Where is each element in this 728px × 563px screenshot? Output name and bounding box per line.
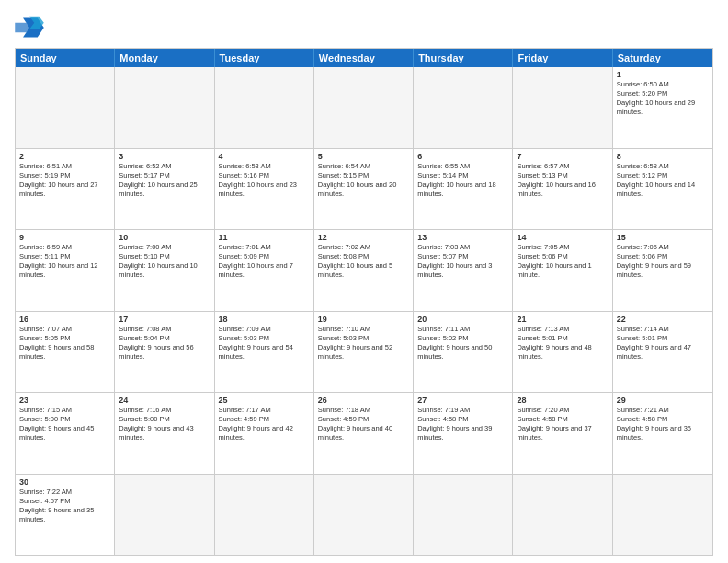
cal-cell-4-3: 26Sunrise: 7:18 AMSunset: 4:59 PMDayligh… [314, 393, 414, 474]
logo-icon [15, 15, 44, 40]
day-number: 13 [417, 233, 508, 242]
sunrise-label: Sunrise: 7:08 AM [119, 325, 171, 333]
cal-cell-3-1: 17Sunrise: 7:08 AMSunset: 5:04 PMDayligh… [115, 312, 214, 393]
sunrise-label: Sunrise: 7:05 AM [517, 243, 569, 251]
sunrise-label: Sunrise: 7:19 AM [417, 406, 470, 414]
day-number: 4 [219, 152, 310, 161]
daylight-label: Daylight: 9 hours and 36 minutes. [617, 424, 691, 442]
header [15, 15, 713, 40]
cal-cell-5-5 [513, 475, 612, 556]
cell-content: Sunrise: 6:54 AMSunset: 5:15 PMDaylight:… [318, 162, 409, 200]
day-number: 15 [617, 233, 709, 242]
header-day-monday: Monday [115, 49, 214, 67]
sunrise-label: Sunrise: 7:01 AM [219, 243, 271, 251]
cell-content: Sunrise: 7:01 AMSunset: 5:09 PMDaylight:… [219, 243, 310, 281]
daylight-label: Daylight: 10 hours and 18 minutes. [417, 180, 495, 198]
sunrise-label: Sunrise: 7:10 AM [318, 325, 370, 333]
cal-cell-1-3: 5Sunrise: 6:54 AMSunset: 5:15 PMDaylight… [314, 149, 414, 230]
cell-content: Sunrise: 7:22 AMSunset: 4:57 PMDaylight:… [19, 488, 110, 525]
cal-cell-4-4: 27Sunrise: 7:19 AMSunset: 4:58 PMDayligh… [414, 393, 513, 474]
sunset-label: Sunset: 5:11 PM [19, 252, 70, 260]
page: SundayMondayTuesdayWednesdayThursdayFrid… [0, 0, 728, 563]
sunset-label: Sunset: 5:06 PM [517, 252, 567, 260]
day-number: 16 [19, 315, 110, 324]
calendar-header: SundayMondayTuesdayWednesdayThursdayFrid… [16, 49, 712, 67]
daylight-label: Daylight: 9 hours and 48 minutes. [517, 343, 591, 361]
sunrise-label: Sunrise: 7:16 AM [119, 406, 171, 414]
daylight-label: Daylight: 10 hours and 29 minutes. [617, 98, 695, 116]
day-number: 29 [617, 396, 709, 405]
cal-cell-4-2: 25Sunrise: 7:17 AMSunset: 4:59 PMDayligh… [215, 393, 314, 474]
calendar-row-5: 30Sunrise: 7:22 AMSunset: 4:57 PMDayligh… [16, 475, 712, 556]
cell-content: Sunrise: 7:16 AMSunset: 5:00 PMDaylight:… [119, 406, 210, 443]
cell-content: Sunrise: 7:05 AMSunset: 5:06 PMDaylight:… [517, 243, 608, 281]
day-number: 25 [219, 396, 310, 405]
day-number: 17 [119, 315, 210, 324]
sunrise-label: Sunrise: 7:22 AM [19, 488, 72, 496]
sunset-label: Sunset: 5:07 PM [417, 252, 468, 260]
cell-content: Sunrise: 7:20 AMSunset: 4:58 PMDaylight:… [517, 406, 608, 443]
cell-content: Sunrise: 7:18 AMSunset: 4:59 PMDaylight:… [318, 406, 409, 443]
sunset-label: Sunset: 4:58 PM [417, 415, 468, 423]
day-number: 10 [119, 233, 210, 242]
day-number: 2 [19, 152, 110, 161]
sunrise-label: Sunrise: 7:09 AM [219, 325, 271, 333]
sunset-label: Sunset: 5:14 PM [417, 171, 468, 179]
sunset-label: Sunset: 4:58 PM [617, 415, 667, 423]
cell-content: Sunrise: 7:10 AMSunset: 5:03 PMDaylight:… [318, 325, 409, 362]
cell-content: Sunrise: 7:09 AMSunset: 5:03 PMDaylight:… [219, 325, 310, 362]
cal-cell-3-0: 16Sunrise: 7:07 AMSunset: 5:05 PMDayligh… [16, 312, 115, 393]
cell-content: Sunrise: 7:08 AMSunset: 5:04 PMDaylight:… [119, 325, 210, 362]
cal-cell-0-5 [513, 67, 612, 148]
sunset-label: Sunset: 5:03 PM [219, 334, 269, 342]
sunset-label: Sunset: 5:04 PM [119, 334, 169, 342]
daylight-label: Daylight: 10 hours and 7 minutes. [219, 261, 293, 279]
sunset-label: Sunset: 5:13 PM [517, 171, 567, 179]
day-number: 3 [119, 152, 210, 161]
day-number: 7 [517, 152, 608, 161]
daylight-label: Daylight: 9 hours and 54 minutes. [219, 343, 293, 361]
cal-cell-1-6: 8Sunrise: 6:58 AMSunset: 5:12 PMDaylight… [613, 149, 712, 230]
cal-cell-2-2: 11Sunrise: 7:01 AMSunset: 5:09 PMDayligh… [215, 230, 314, 311]
cal-cell-4-0: 23Sunrise: 7:15 AMSunset: 5:00 PMDayligh… [16, 393, 115, 474]
cell-content: Sunrise: 6:53 AMSunset: 5:16 PMDaylight:… [219, 162, 310, 200]
cal-cell-0-2 [215, 67, 314, 148]
cell-content: Sunrise: 7:11 AMSunset: 5:02 PMDaylight:… [417, 325, 508, 362]
header-day-sunday: Sunday [16, 49, 115, 67]
day-number: 11 [219, 233, 310, 242]
daylight-label: Daylight: 10 hours and 25 minutes. [119, 180, 197, 198]
sunset-label: Sunset: 5:03 PM [318, 334, 369, 342]
sunrise-label: Sunrise: 7:14 AM [617, 325, 669, 333]
calendar-row-4: 23Sunrise: 7:15 AMSunset: 5:00 PMDayligh… [16, 393, 712, 475]
day-number: 9 [19, 233, 110, 242]
sunset-label: Sunset: 5:02 PM [417, 334, 468, 342]
daylight-label: Daylight: 9 hours and 40 minutes. [318, 424, 392, 442]
calendar-row-1: 2Sunrise: 6:51 AMSunset: 5:19 PMDaylight… [16, 149, 712, 231]
cell-content: Sunrise: 6:50 AMSunset: 5:20 PMDaylight:… [617, 80, 709, 118]
daylight-label: Daylight: 9 hours and 59 minutes. [617, 261, 691, 279]
daylight-label: Daylight: 9 hours and 56 minutes. [119, 343, 193, 361]
daylight-label: Daylight: 9 hours and 52 minutes. [318, 343, 392, 361]
sunrise-label: Sunrise: 7:11 AM [417, 325, 470, 333]
cal-cell-5-4 [414, 475, 513, 556]
cal-cell-3-3: 19Sunrise: 7:10 AMSunset: 5:03 PMDayligh… [314, 312, 414, 393]
daylight-label: Daylight: 9 hours and 50 minutes. [417, 343, 492, 361]
sunset-label: Sunset: 5:16 PM [219, 171, 269, 179]
sunset-label: Sunset: 4:59 PM [318, 415, 369, 423]
cell-content: Sunrise: 6:59 AMSunset: 5:11 PMDaylight:… [19, 243, 110, 281]
calendar-row-3: 16Sunrise: 7:07 AMSunset: 5:05 PMDayligh… [16, 312, 712, 394]
cal-cell-1-4: 6Sunrise: 6:55 AMSunset: 5:14 PMDaylight… [414, 149, 513, 230]
cal-cell-0-0 [16, 67, 115, 148]
sunset-label: Sunset: 5:12 PM [617, 171, 667, 179]
day-number: 27 [417, 396, 508, 405]
cell-content: Sunrise: 7:06 AMSunset: 5:06 PMDaylight:… [617, 243, 709, 281]
day-number: 8 [617, 152, 709, 161]
header-day-wednesday: Wednesday [314, 49, 414, 67]
day-number: 30 [19, 477, 110, 487]
daylight-label: Daylight: 10 hours and 10 minutes. [119, 261, 197, 279]
sunset-label: Sunset: 5:00 PM [19, 415, 70, 423]
daylight-label: Daylight: 10 hours and 27 minutes. [19, 180, 97, 198]
calendar-row-2: 9Sunrise: 6:59 AMSunset: 5:11 PMDaylight… [16, 230, 712, 312]
sunrise-label: Sunrise: 7:17 AM [219, 406, 271, 414]
sunset-label: Sunset: 5:00 PM [119, 415, 169, 423]
